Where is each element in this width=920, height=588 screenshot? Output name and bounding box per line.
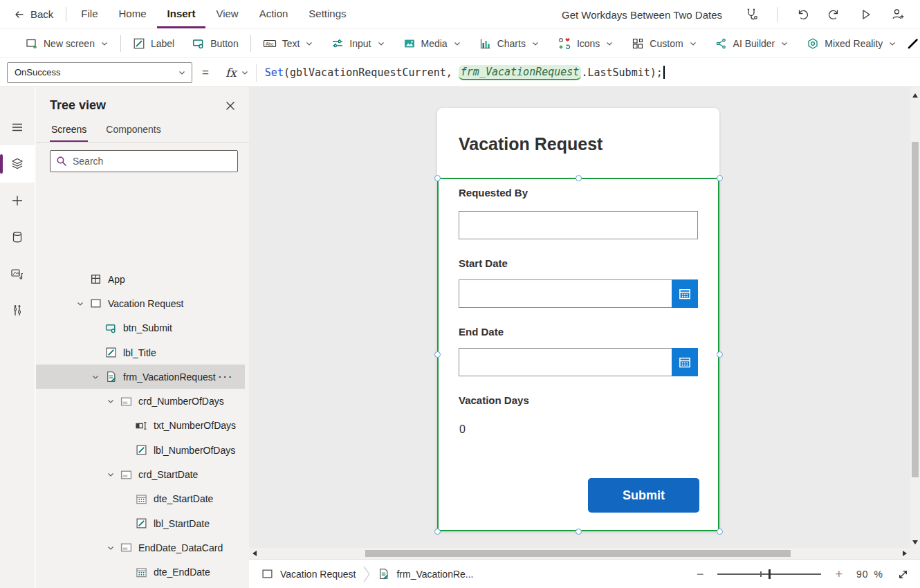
- chevron-down-icon[interactable]: [107, 544, 120, 552]
- chevron-down-icon[interactable]: [76, 300, 90, 308]
- breadcrumb-item-control[interactable]: frm_VacationRe...: [378, 568, 473, 580]
- redo-icon[interactable]: [827, 8, 841, 21]
- ribbon-ai-builder-button[interactable]: AI Builder: [706, 29, 798, 58]
- scroll-up-icon[interactable]: [912, 93, 918, 98]
- rail-add-button[interactable]: [0, 182, 35, 219]
- item-options-button[interactable]: ···: [219, 371, 234, 382]
- tree-item-lbl-numberofdays[interactable]: lbl_NumberOfDays: [36, 438, 245, 462]
- play-icon[interactable]: [859, 8, 873, 21]
- tree-item-crd-startdate[interactable]: crd_StartDate: [36, 462, 245, 486]
- fx-dropdown[interactable]: fx: [219, 58, 256, 86]
- end-date-datepicker-button[interactable]: [672, 348, 698, 376]
- rail-advanced-tools-button[interactable]: [0, 292, 35, 329]
- ribbon-custom-button[interactable]: Custom: [623, 29, 706, 58]
- menu-item-settings[interactable]: Settings: [298, 0, 356, 28]
- formula-input[interactable]: Set(gblVacationRequestCurrent, frm_Vacat…: [265, 65, 665, 80]
- resize-handle[interactable]: [434, 529, 441, 535]
- tree-item-frm-vacationrequest[interactable]: frm_VacationRequest···: [36, 365, 245, 389]
- search-input[interactable]: [73, 156, 232, 167]
- tree-item-lbl-startdate[interactable]: lbl_StartDate: [36, 511, 245, 535]
- submit-button[interactable]: Submit: [588, 478, 699, 513]
- zoom-in-button[interactable]: +: [835, 568, 843, 580]
- property-name: OnSuccess: [15, 67, 60, 77]
- back-button[interactable]: Back: [0, 0, 66, 28]
- horizontal-scrollbar[interactable]: [249, 548, 910, 559]
- chevron-down-icon: [377, 39, 385, 48]
- ribbon-charts-button[interactable]: Charts: [470, 29, 549, 58]
- ribbon-icons-button[interactable]: Icons: [549, 29, 623, 58]
- chevron-down-icon[interactable]: [107, 397, 120, 405]
- resize-handle[interactable]: [576, 529, 582, 535]
- scroll-right-icon[interactable]: [903, 551, 907, 556]
- tree-item-lbl-title[interactable]: lbl_Title: [36, 340, 245, 365]
- end-date-input[interactable]: [459, 348, 698, 376]
- rail-hamburger-button[interactable]: [0, 109, 35, 146]
- ribbon-input-button[interactable]: Input: [322, 29, 394, 58]
- vertical-scrollbar[interactable]: [910, 87, 920, 548]
- back-label: Back: [30, 8, 53, 20]
- ribbon-label-button[interactable]: Label: [124, 29, 183, 58]
- vacation-days-value[interactable]: 0: [459, 423, 466, 436]
- tree-item-dte-enddate[interactable]: dte_EndDate: [36, 560, 245, 585]
- tree-item-app[interactable]: App: [36, 267, 245, 291]
- tab-components[interactable]: Components: [104, 120, 162, 142]
- rail-tree-view-button[interactable]: [0, 145, 35, 183]
- design-canvas[interactable]: Vacation Request Requested ByStart DateE…: [249, 87, 910, 548]
- property-selector[interactable]: OnSuccess: [7, 62, 192, 83]
- chevron-down-icon[interactable]: [107, 470, 120, 479]
- resize-handle[interactable]: [717, 175, 723, 181]
- ribbon-media-button[interactable]: Media: [394, 29, 470, 58]
- menu-item-view[interactable]: View: [205, 0, 248, 28]
- tree-item-enddate-datacard[interactable]: EndDate_DataCard: [36, 535, 245, 560]
- screen-title-label[interactable]: Vacation Request: [459, 134, 602, 154]
- tree-item-label: lbl_StartDate: [154, 518, 210, 529]
- formula-segment-plain: (gblVacationRequestCurrent,: [284, 66, 459, 79]
- zoom-out-button[interactable]: −: [697, 568, 704, 580]
- end-date-label[interactable]: End Date: [459, 326, 504, 338]
- tree-item-dte-startdate[interactable]: dte_StartDate: [36, 487, 245, 511]
- add-user-icon[interactable]: [891, 8, 905, 21]
- menu-item-file[interactable]: File: [71, 0, 108, 28]
- resize-handle[interactable]: [717, 351, 723, 358]
- ribbon-mixed-reality-button[interactable]: Mixed Reality: [798, 29, 905, 58]
- vacation-days-label[interactable]: Vacation Days: [459, 394, 529, 406]
- scroll-left-icon[interactable]: [252, 551, 257, 556]
- ribbon-text-button[interactable]: AbcText: [254, 29, 323, 58]
- app-checker-icon[interactable]: [745, 8, 759, 21]
- tree-item-txt-numberofdays[interactable]: txt_NumberOfDays: [36, 414, 245, 438]
- menu-item-action[interactable]: Action: [249, 0, 299, 28]
- ribbon-button-button[interactable]: Button: [183, 29, 247, 58]
- zoom-slider[interactable]: [717, 573, 821, 575]
- tree-item-lbl-enddate[interactable]: lbl_EndDate: [36, 585, 245, 588]
- requested-by-label[interactable]: Requested By: [459, 187, 528, 199]
- close-icon[interactable]: [226, 101, 235, 111]
- resize-handle[interactable]: [717, 529, 723, 535]
- tree-item-vacation-request[interactable]: Vacation Request: [36, 291, 245, 315]
- horizontal-scroll-thumb[interactable]: [365, 550, 791, 557]
- breadcrumb-item-screen[interactable]: Vacation Request: [261, 568, 356, 580]
- start-date-label[interactable]: Start Date: [459, 257, 508, 269]
- tree-item-btn-submit[interactable]: btn_Submit: [36, 316, 245, 340]
- tree-search-box[interactable]: [50, 150, 238, 172]
- requested-by-input[interactable]: [459, 211, 698, 239]
- resize-handle[interactable]: [434, 175, 441, 181]
- tree-item-crd-numberofdays[interactable]: crd_NumberOfDays: [36, 389, 245, 413]
- start-date-datepicker-button[interactable]: [672, 279, 698, 308]
- vertical-scroll-thumb[interactable]: [912, 142, 919, 477]
- resize-handle[interactable]: [576, 175, 582, 181]
- icons-ribbon-icon: [558, 37, 571, 50]
- fullscreen-icon[interactable]: [897, 569, 909, 580]
- zoom-slider-handle[interactable]: [769, 569, 771, 579]
- rail-data-button[interactable]: [0, 219, 35, 256]
- rail-media-rail-button[interactable]: [0, 255, 35, 293]
- scroll-down-icon[interactable]: [912, 540, 918, 544]
- start-date-input[interactable]: [459, 279, 698, 308]
- pen-icon[interactable]: [907, 37, 919, 50]
- tab-screens[interactable]: Screens: [50, 120, 88, 142]
- chevron-down-icon[interactable]: [91, 373, 105, 381]
- menu-item-insert[interactable]: Insert: [157, 0, 206, 28]
- undo-icon[interactable]: [795, 8, 809, 21]
- ribbon-new-screen-button[interactable]: New screen: [17, 29, 118, 58]
- resize-handle[interactable]: [434, 351, 441, 358]
- menu-item-home[interactable]: Home: [109, 0, 157, 28]
